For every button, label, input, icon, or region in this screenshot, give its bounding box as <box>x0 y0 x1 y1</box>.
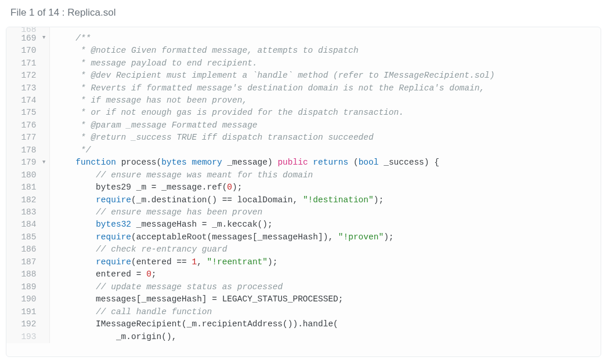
code-line: 182 require(_m.destination() == localDom… <box>6 194 601 206</box>
code-line: 177 * @return _success TRUE iff dispatch… <box>6 132 601 144</box>
line-number: 184 <box>6 219 49 231</box>
line-number: 177 <box>6 132 49 144</box>
code-line: 172 * @dev Recipient must implement a `h… <box>6 70 601 82</box>
code-line: 174 * if message has not been proven, <box>6 94 601 107</box>
code-content[interactable]: * message payload to end recipient. <box>49 57 601 70</box>
line-number: 179▼ <box>6 156 49 169</box>
code-content[interactable]: * or if not enough gas is provided for t… <box>49 107 601 119</box>
code-content[interactable] <box>49 27 601 32</box>
line-number: 180 <box>6 169 49 181</box>
line-number: 168 <box>6 27 49 32</box>
line-number: 170 <box>6 45 49 57</box>
code-content[interactable]: function process(bytes memory _message) … <box>49 156 601 169</box>
code-content[interactable]: IMessageRecipient(_m.recipientAddress())… <box>49 318 601 330</box>
line-number: 175 <box>6 107 49 119</box>
line-number: 181 <box>6 181 49 194</box>
code-line: 173 * Reverts if formatted message's des… <box>6 82 601 94</box>
code-content[interactable]: // check re-entrancy guard <box>49 243 601 256</box>
code-line: 189 // update message status as processe… <box>6 281 601 293</box>
line-number: 174 <box>6 94 49 107</box>
code-line: 190 messages[_messageHash] = LEGACY_STAT… <box>6 293 601 305</box>
code-line: 187 require(entered == 1, "!reentrant"); <box>6 256 601 268</box>
code-line: 169▼ /** <box>6 32 601 45</box>
line-number: 176 <box>6 119 49 132</box>
code-content[interactable]: * @param _message Formatted message <box>49 119 601 132</box>
code-line: 175 * or if not enough gas is provided f… <box>6 107 601 119</box>
code-content[interactable]: * if message has not been proven, <box>49 94 601 107</box>
code-line: 168 <box>6 27 601 32</box>
line-number: 173 <box>6 82 49 94</box>
code-content[interactable]: require(acceptableRoot(messages[_message… <box>49 231 601 243</box>
code-line: 184 bytes32 _messageHash = _m.keccak(); <box>6 219 601 231</box>
code-content[interactable]: entered = 0; <box>49 268 601 281</box>
code-content[interactable]: _m.origin(), <box>49 331 601 343</box>
code-line: 188 entered = 0; <box>6 268 601 281</box>
line-number: 172 <box>6 70 49 82</box>
line-number: 178 <box>6 144 49 156</box>
line-number: 187 <box>6 256 49 268</box>
code-viewer: 168169▼ /**170 * @notice Given formatted… <box>6 27 601 357</box>
code-scroll-region[interactable]: 168169▼ /**170 * @notice Given formatted… <box>6 27 601 356</box>
code-content[interactable]: * Reverts if formatted message's destina… <box>49 82 601 94</box>
line-number: 192 <box>6 318 49 330</box>
code-line: 183 // ensure message has been proven <box>6 206 601 219</box>
fold-toggle-icon[interactable]: ▼ <box>42 159 45 166</box>
code-content[interactable]: // ensure message has been proven <box>49 206 601 219</box>
code-content[interactable]: /** <box>49 32 601 45</box>
code-line: 181 bytes29 _m = _message.ref(0); <box>6 181 601 194</box>
line-number: 191 <box>6 306 49 318</box>
fold-toggle-icon[interactable]: ▼ <box>42 35 45 42</box>
code-table: 168169▼ /**170 * @notice Given formatted… <box>6 27 601 343</box>
code-content[interactable]: // ensure message was meant for this dom… <box>49 169 601 181</box>
file-title: File 1 of 14 : Replica.sol <box>10 7 115 18</box>
code-line: 178 */ <box>6 144 601 156</box>
code-content[interactable]: */ <box>49 144 601 156</box>
line-number: 190 <box>6 293 49 305</box>
code-line: 193 _m.origin(), <box>6 331 601 343</box>
line-number: 186 <box>6 243 49 256</box>
code-line: 192 IMessageRecipient(_m.recipientAddres… <box>6 318 601 330</box>
code-content[interactable]: require(entered == 1, "!reentrant"); <box>49 256 601 268</box>
file-header: File 1 of 14 : Replica.sol <box>0 0 607 27</box>
line-number: 185 <box>6 231 49 243</box>
line-number: 193 <box>6 331 49 343</box>
code-line: 185 require(acceptableRoot(messages[_mes… <box>6 231 601 243</box>
code-content[interactable]: messages[_messageHash] = LEGACY_STATUS_P… <box>49 293 601 305</box>
code-content[interactable]: * @dev Recipient must implement a `handl… <box>49 70 601 82</box>
code-content[interactable]: // call handle function <box>49 306 601 318</box>
code-line: 176 * @param _message Formatted message <box>6 119 601 132</box>
code-line: 179▼ function process(bytes memory _mess… <box>6 156 601 169</box>
line-number: 189 <box>6 281 49 293</box>
code-content[interactable]: bytes29 _m = _message.ref(0); <box>49 181 601 194</box>
code-content[interactable]: bytes32 _messageHash = _m.keccak(); <box>49 219 601 231</box>
line-number: 188 <box>6 268 49 281</box>
code-line: 170 * @notice Given formatted message, a… <box>6 45 601 57</box>
code-line: 171 * message payload to end recipient. <box>6 57 601 70</box>
code-content[interactable]: // update message status as processed <box>49 281 601 293</box>
code-content[interactable]: * @notice Given formatted message, attem… <box>49 45 601 57</box>
line-number: 182 <box>6 194 49 206</box>
code-content[interactable]: require(_m.destination() == localDomain,… <box>49 194 601 206</box>
line-number: 171 <box>6 57 49 70</box>
code-line: 191 // call handle function <box>6 306 601 318</box>
code-content[interactable]: * @return _success TRUE iff dispatch tra… <box>49 132 601 144</box>
code-line: 180 // ensure message was meant for this… <box>6 169 601 181</box>
code-line: 186 // check re-entrancy guard <box>6 243 601 256</box>
line-number: 169▼ <box>6 32 49 45</box>
line-number: 183 <box>6 206 49 219</box>
